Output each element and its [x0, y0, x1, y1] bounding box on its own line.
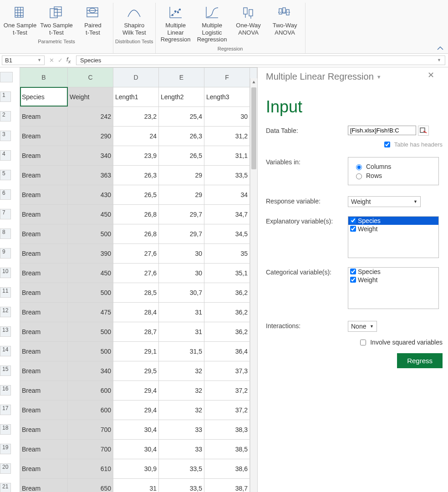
cell-E16[interactable]: 32	[159, 380, 204, 400]
row-header-19[interactable]: 19	[0, 444, 11, 454]
regress-button[interactable]: Regress	[397, 353, 443, 368]
cell-B12[interactable]: Bream	[20, 302, 68, 322]
cell-C13[interactable]: 500	[68, 322, 113, 341]
cell-E9[interactable]: 30	[159, 243, 204, 263]
cell-D14[interactable]: 29,1	[113, 341, 159, 361]
cell-B17[interactable]: Bream	[20, 400, 68, 420]
cell-B2[interactable]: Bream	[20, 107, 68, 126]
cell-F12[interactable]: 36,2	[204, 302, 250, 322]
cell-F4[interactable]: 31,1	[204, 146, 250, 165]
cell-D21[interactable]: 31	[113, 478, 159, 492]
cell-E13[interactable]: 31	[159, 322, 204, 341]
list-item[interactable]: Weight	[348, 225, 438, 233]
cell-F15[interactable]: 37,3	[204, 361, 250, 380]
cell-D18[interactable]: 30,4	[113, 420, 159, 439]
cell-E21[interactable]: 33,5	[159, 478, 204, 492]
cell-C18[interactable]: 700	[68, 420, 113, 439]
cell-B13[interactable]: Bream	[20, 322, 68, 341]
ribbon-anova2[interactable]: Two-WayANOVA	[267, 3, 303, 45]
cell-E19[interactable]: 33	[159, 439, 204, 459]
cell-E17[interactable]: 32	[159, 400, 204, 420]
ribbon-two-sample-ttest[interactable]: Two Samplet-Test	[38, 3, 75, 38]
cell-B19[interactable]: Bream	[20, 439, 68, 459]
interactions-dropdown[interactable]: None ▼	[348, 321, 377, 332]
list-item[interactable]: Weight	[348, 276, 438, 284]
cell-E12[interactable]: 31	[159, 302, 204, 322]
row-header-9[interactable]: 9	[0, 248, 11, 259]
cell-D6[interactable]: 26,5	[113, 185, 159, 204]
cell-D15[interactable]: 29,5	[113, 361, 159, 380]
cell-C1[interactable]: Weight	[68, 87, 113, 107]
cell-B7[interactable]: Bream	[20, 204, 68, 224]
cell-B21[interactable]: Bream	[20, 478, 68, 492]
cell-B1[interactable]: Species	[20, 87, 68, 107]
cell-F21[interactable]: 38,7	[204, 478, 250, 492]
range-picker-button[interactable]	[418, 126, 429, 136]
cell-B18[interactable]: Bream	[20, 420, 68, 439]
cell-E6[interactable]: 29	[159, 185, 204, 204]
row-header-5[interactable]: 5	[0, 170, 11, 180]
cell-D13[interactable]: 28,7	[113, 322, 159, 341]
cell-C8[interactable]: 500	[68, 224, 113, 243]
cell-E18[interactable]: 33	[159, 420, 204, 439]
cell-F2[interactable]: 30	[204, 107, 250, 126]
cell-C5[interactable]: 363	[68, 165, 113, 185]
cell-D20[interactable]: 30,9	[113, 459, 159, 478]
formula-input[interactable]: Species ▼	[76, 56, 445, 65]
cell-F1[interactable]: Length3	[204, 87, 250, 107]
ribbon-paired-ttest[interactable]: Pairedt-Test	[75, 3, 111, 38]
row-header-12[interactable]: 12	[0, 307, 11, 317]
cell-B14[interactable]: Bream	[20, 341, 68, 361]
cell-F13[interactable]: 36,2	[204, 322, 250, 341]
cell-E1[interactable]: Length2	[159, 87, 204, 107]
squared-checkbox[interactable]	[360, 340, 366, 345]
row-header-8[interactable]: 8	[0, 228, 11, 239]
cell-F17[interactable]: 37,2	[204, 400, 250, 420]
row-header-13[interactable]: 13	[0, 326, 11, 337]
cell-C11[interactable]: 500	[68, 283, 113, 302]
cell-C7[interactable]: 450	[68, 204, 113, 224]
cell-D9[interactable]: 27,6	[113, 243, 159, 263]
list-item[interactable]: Species	[348, 217, 438, 225]
row-header-3[interactable]: 3	[0, 131, 11, 141]
cell-B3[interactable]: Bream	[20, 126, 68, 146]
cell-B4[interactable]: Bream	[20, 146, 68, 165]
col-header-D[interactable]: D	[113, 67, 159, 87]
cell-C2[interactable]: 242	[68, 107, 113, 126]
cell-E7[interactable]: 29,7	[159, 204, 204, 224]
ribbon-collapse[interactable]	[437, 3, 448, 53]
ribbon-mlr[interactable]: Multiple LinearRegression	[158, 3, 194, 45]
cell-D8[interactable]: 26,8	[113, 224, 159, 243]
cell-F8[interactable]: 34,5	[204, 224, 250, 243]
col-header-F[interactable]: F	[204, 67, 250, 87]
ribbon-mlogr[interactable]: Multiple LogisticRegression	[194, 3, 230, 45]
ribbon-one-sample-ttest[interactable]: One Samplet-Test	[2, 3, 38, 38]
cell-C10[interactable]: 450	[68, 263, 113, 283]
cell-D4[interactable]: 23,9	[113, 146, 159, 165]
cell-D11[interactable]: 28,5	[113, 283, 159, 302]
cell-E10[interactable]: 30	[159, 263, 204, 283]
cell-E8[interactable]: 29,7	[159, 224, 204, 243]
row-header-15[interactable]: 15	[0, 365, 11, 376]
cell-B15[interactable]: Bream	[20, 361, 68, 380]
cell-B16[interactable]: Bream	[20, 380, 68, 400]
cell-F5[interactable]: 33,5	[204, 165, 250, 185]
scroll-up-icon[interactable]: ▲	[250, 78, 257, 86]
cell-E5[interactable]: 29	[159, 165, 204, 185]
cell-D1[interactable]: Length1	[113, 87, 159, 107]
cell-E11[interactable]: 30,7	[159, 283, 204, 302]
fx-icon[interactable]: fx	[66, 56, 71, 64]
cell-C17[interactable]: 600	[68, 400, 113, 420]
chevron-down-icon[interactable]: ▼	[377, 74, 382, 80]
cell-D5[interactable]: 26,3	[113, 165, 159, 185]
cell-C16[interactable]: 600	[68, 380, 113, 400]
row-header-1[interactable]: 1	[0, 91, 11, 102]
row-header-7[interactable]: 7	[0, 209, 11, 219]
cell-B20[interactable]: Bream	[20, 459, 68, 478]
row-header-18[interactable]: 18	[0, 424, 11, 435]
cell-D16[interactable]: 29,4	[113, 380, 159, 400]
list-item[interactable]: Species	[348, 268, 438, 276]
row-header-4[interactable]: 4	[0, 150, 11, 161]
cell-C20[interactable]: 610	[68, 459, 113, 478]
radio-rows[interactable]	[356, 173, 362, 179]
